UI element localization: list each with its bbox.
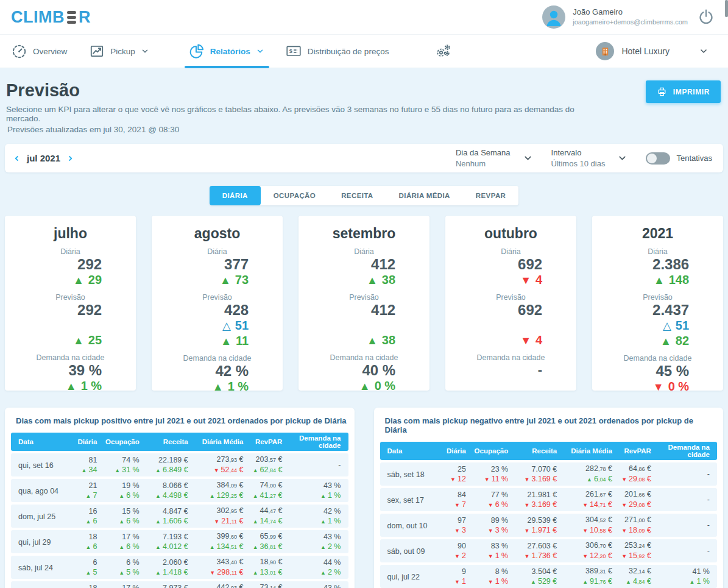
demand-label: Demanda na cidade	[445, 353, 576, 362]
cell-delta: ▼1	[439, 576, 466, 587]
tab-revpar[interactable]: REVPAR	[463, 186, 518, 205]
positive-pickup-table: Dias com mais pickup positivo entre jul …	[5, 408, 355, 588]
cell-value: 83 %	[468, 541, 508, 551]
cell-value: 21.981 €	[511, 490, 557, 500]
cell-value: 41 %	[654, 567, 710, 576]
cell-delta: ▼6 %	[468, 500, 508, 510]
down-triangle-icon: ▼	[525, 528, 530, 534]
tab-diária-média[interactable]: DIÁRIA MÉDIA	[386, 186, 463, 205]
vertical-scrollbar[interactable]	[724, 0, 728, 588]
demand-label: Demanda na cidade	[152, 354, 283, 363]
nav-item-overview[interactable]: Overview	[11, 35, 67, 68]
up-triangle-icon: ▲	[155, 570, 161, 576]
gears-icon	[434, 42, 453, 61]
demand-label: Demanda na cidade	[592, 354, 723, 363]
kpi-card-title: agosto	[152, 225, 283, 242]
column-header: Diária Média	[558, 447, 613, 455]
nav-item-relatorios[interactable]: Relatórios	[188, 35, 264, 68]
tab-ocupação[interactable]: OCUPAÇÃO	[261, 186, 328, 205]
month-label: jul 2021	[27, 153, 60, 163]
logo-e-bars	[67, 11, 76, 24]
previous-month-button[interactable]	[13, 154, 20, 163]
forecast-label: Previsão	[5, 293, 136, 302]
column-header: Receita	[141, 438, 189, 445]
hotel-selector[interactable]: Hotel Luxury	[596, 42, 717, 60]
cell-delta: ▲1 %	[284, 516, 341, 526]
cell-value: 7.973 €	[142, 583, 188, 588]
row-date: dom, jul 25	[18, 512, 55, 521]
tab-diária[interactable]: DIÁRIA	[210, 186, 261, 205]
tentativas-toggle-label: Tentativas	[676, 154, 712, 163]
cell-delta: ▲2 %	[284, 567, 341, 578]
cell-delta: ▼12,20 €	[559, 551, 612, 561]
cell-value: 22.189 €	[142, 455, 188, 465]
down-triangle-icon: ▼	[582, 553, 588, 559]
user-name: João Gameiro	[573, 7, 688, 18]
cell-value: 18	[70, 532, 97, 542]
power-icon	[697, 8, 715, 26]
up-triangle-icon: ▲	[155, 467, 161, 473]
cell-delta: ▼2	[439, 551, 466, 561]
cell-delta: ▲13,01 €	[246, 567, 282, 578]
row-date: qui, set 16	[18, 461, 54, 470]
daily-value: 2.386	[592, 256, 689, 272]
column-header: RevPAR	[244, 438, 283, 445]
cell-delta: ▼21,11 €	[191, 516, 244, 526]
tab-receita[interactable]: RECEITA	[328, 186, 386, 205]
cell-value: 74 %	[99, 455, 139, 465]
cell-value: 77 %	[468, 490, 508, 500]
weekday-select[interactable]: Dia da Semana Nenhum	[456, 147, 533, 169]
print-button[interactable]: IMPRIMIR	[646, 80, 721, 103]
up-triangle-icon: ▲	[320, 570, 326, 576]
logout-button[interactable]	[695, 6, 717, 28]
row-date: sex, set 17	[387, 496, 424, 505]
cell-delta: ▲41,27 €	[246, 491, 282, 501]
kpi-card-title: outubro	[445, 225, 576, 242]
nav-item-pickup[interactable]: Pickup	[89, 35, 149, 68]
interval-select[interactable]: Intervalo Últimos 10 dias	[551, 147, 628, 169]
kpi-delta: ▼0 %	[592, 379, 689, 394]
cell-value: 18,90 €	[246, 557, 282, 567]
cell-value: 389,31 €	[559, 566, 612, 576]
cell-value: 8 %	[468, 567, 508, 576]
table-row: sáb, out 0990▼283 %▼1 %27.603 €▼1.736 €3…	[380, 539, 718, 562]
line-chart-icon	[89, 43, 105, 59]
interval-select-value: Últimos 10 dias	[551, 158, 606, 169]
cell-value: 64,86 €	[615, 464, 651, 474]
up-triangle-icon: ▲	[66, 380, 77, 392]
kpi-card-julho: julhoDiária292▲29Previsão292▲25Demanda n…	[5, 216, 136, 391]
cell-delta: ▼298,11 €	[191, 567, 244, 578]
nav-item-precos[interactable]: $Distribuição de preços	[285, 35, 389, 68]
kpi-delta: ▲1 %	[5, 378, 102, 394]
cell-value: 23 %	[468, 464, 508, 474]
kpi-delta: ▲38	[299, 272, 395, 288]
svg-text:$: $	[289, 48, 292, 54]
down-triangle-icon: ▼	[621, 553, 627, 559]
cell-value: 261,67 €	[559, 489, 612, 500]
cell-value: 73,14 €	[246, 583, 282, 588]
cell-value: 273,93 €	[191, 455, 244, 465]
up-triangle-icon: ▲	[213, 381, 224, 393]
row-date: qui, jul 29	[18, 538, 51, 547]
cell-value: -	[654, 546, 710, 556]
down-triangle-icon: ▼	[653, 381, 664, 393]
down-triangle-icon: ▼	[525, 553, 530, 559]
cell-delta: ▲129,25 €	[191, 491, 244, 501]
nav-item-settings[interactable]	[434, 35, 453, 68]
logo-text-left: CLIMB	[11, 8, 65, 27]
kpi-delta: ▼4	[445, 272, 542, 288]
cell-value: 384,09 €	[191, 480, 244, 491]
next-month-button[interactable]	[67, 154, 74, 163]
cell-delta: ▲7	[70, 491, 97, 501]
row-date: sáb, out 09	[387, 547, 425, 556]
cell-value: 201,66 €	[615, 489, 651, 500]
table-header: DataDiáriaOcupaçãoReceitaDiária MédiaRev…	[11, 433, 348, 451]
tentativas-toggle[interactable]	[646, 152, 670, 165]
cell-value: 84	[439, 490, 466, 500]
cell-delta: ▼1 %	[468, 576, 508, 587]
cell-delta: ▼18,09 €	[615, 525, 651, 536]
column-header: Data	[17, 438, 69, 445]
cell-delta: ▲6	[70, 516, 97, 526]
up-triangle-icon: ▲	[582, 579, 588, 585]
main-nav: OverviewPickupRelatórios$Distribuição de…	[0, 35, 728, 68]
